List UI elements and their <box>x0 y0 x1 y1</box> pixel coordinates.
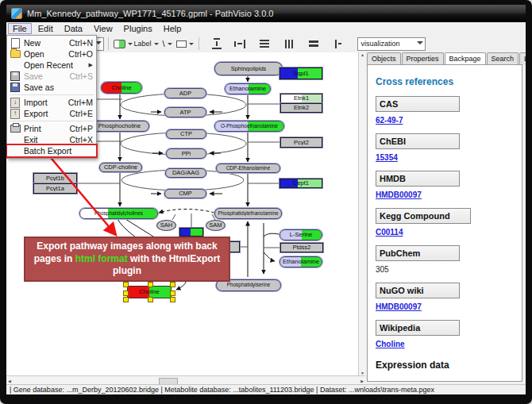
menu-item-export[interactable]: ↑ Export Ctrl+E <box>7 108 96 119</box>
node-sam[interactable]: SAM <box>206 220 226 231</box>
node-pcyt1a[interactable]: Pcyt1a <box>33 183 77 194</box>
align-center-y-button[interactable] <box>233 37 247 51</box>
gene-node-button[interactable] <box>114 37 133 51</box>
selection-handle[interactable] <box>170 282 175 287</box>
xref-section-title: NuGO wiki <box>376 283 460 298</box>
node-etnk1[interactable]: Etnk1 <box>280 94 322 103</box>
menu-item-print[interactable]: Print Ctrl+P <box>7 123 96 134</box>
selection-handle[interactable] <box>123 297 129 302</box>
node-etnk2[interactable]: Etnk2 <box>280 103 322 113</box>
node-cmp[interactable]: CMP <box>164 189 206 198</box>
menu-item-batch-export[interactable]: Batch Export <box>7 145 96 156</box>
menu-item-open[interactable]: Open Ctrl+O <box>7 48 96 60</box>
node-pcyt1b[interactable]: Pcyt1b <box>33 173 77 183</box>
menu-separator <box>10 94 94 95</box>
selection-handle[interactable] <box>148 282 153 287</box>
selection-handle[interactable] <box>170 297 175 302</box>
node-ppi[interactable]: PPi <box>166 148 206 159</box>
node-cdp-ethanolamine[interactable]: CDP-Ethanolamine <box>216 164 280 173</box>
status-bar: | Gene database: ...m_Derby_20120602.bri… <box>6 384 526 394</box>
node-cept1[interactable]: Cept1 <box>279 179 322 188</box>
tab-search[interactable]: Search <box>487 52 519 65</box>
node-ethanolamine[interactable]: Ethanolamine <box>225 83 271 94</box>
visualization-combobox[interactable]: visualization <box>357 37 426 51</box>
scroll-up-icon[interactable]: ▲ <box>360 52 364 57</box>
node-l-serine[interactable]: L-Serine <box>279 229 322 240</box>
node-cdp-choline[interactable]: CDP-choline <box>99 163 142 172</box>
menu-item-new[interactable]: New Ctrl+N <box>7 37 96 48</box>
node-ethanolamine-2[interactable]: Ethanolamine <box>279 256 322 267</box>
tab-legend[interactable]: Legend <box>519 52 526 65</box>
toolbar-separator <box>199 37 199 50</box>
file-menu-dropdown: New Ctrl+N Open Ctrl+O Open Recent ▶ Sav… <box>6 35 97 159</box>
open-folder-icon <box>10 50 21 58</box>
shape-icon <box>176 40 187 48</box>
node-sgpl1[interactable]: Sgpl1 <box>279 67 322 79</box>
node-choline[interactable]: Choline <box>101 82 142 94</box>
node-sphingolipids[interactable]: Sphingolipids <box>214 62 283 75</box>
menu-file[interactable]: File <box>8 23 32 34</box>
callout-text-after: with the HtmlExport plugin <box>113 253 220 277</box>
menu-plugins[interactable]: Plugins <box>119 23 157 34</box>
tab-objects[interactable]: Objects <box>367 52 401 65</box>
node-pcyt2[interactable]: Pcyt2 <box>280 137 322 148</box>
xref-section-title: CAS <box>376 96 460 112</box>
align-center-x-icon <box>212 38 222 49</box>
xref-link[interactable]: Choline <box>376 340 405 348</box>
node-atp[interactable]: ATP <box>164 107 206 117</box>
selection-handle[interactable] <box>123 290 129 296</box>
menu-item-import[interactable]: ↓ Import Ctrl+M <box>7 97 96 108</box>
scale-button[interactable] <box>331 37 345 51</box>
tab-properties[interactable]: Properties <box>402 52 444 65</box>
xref-section-title: Wikipedia <box>376 320 460 336</box>
xref-link[interactable]: C00114 <box>376 228 403 237</box>
application-window: Mm_Kennedy_pathway_WP1771_45176.gpml - P… <box>0 0 532 404</box>
xref-link[interactable]: 15354 <box>376 153 398 162</box>
menu-data[interactable]: Data <box>60 23 87 34</box>
cross-references-heading: Cross references <box>376 76 522 87</box>
node-pemt[interactable] <box>179 228 203 237</box>
node-adp[interactable]: ADP <box>164 88 206 98</box>
node-choline-selected[interactable]: Choline <box>127 286 172 298</box>
menu-item-open-recent[interactable]: Open Recent ▶ <box>7 60 96 71</box>
shape-button[interactable] <box>176 37 194 51</box>
line-button[interactable]: \ <box>160 37 175 51</box>
node-phosphatidylcholines[interactable]: Phosphatidylcholines <box>79 208 158 219</box>
node-o-phosphoethanolamine[interactable]: O-Phosphoethanolamine <box>214 121 284 132</box>
stack-icon <box>309 40 318 47</box>
menu-item-save[interactable]: Save Ctrl+S <box>7 71 96 82</box>
backpage-content[interactable]: Cross references CAS 62-49-7 ChEBI 15354… <box>367 64 522 382</box>
node-sah[interactable]: SAH <box>156 220 176 231</box>
menu-view[interactable]: View <box>89 23 118 34</box>
node-ctp[interactable]: CTP <box>166 129 206 139</box>
xref-link[interactable]: HMDB00097 <box>376 190 422 199</box>
distribute-rows-icon <box>260 40 269 48</box>
menu-help[interactable]: Help <box>159 23 187 34</box>
menu-separator <box>10 121 94 121</box>
selection-handle[interactable] <box>148 297 153 302</box>
node-phosphocholine[interactable]: Phosphocholine <box>90 121 149 132</box>
scroll-left-icon[interactable]: ◀ <box>8 379 11 383</box>
node-dag[interactable]: DAG/AAG <box>165 168 206 178</box>
distribute-columns-button[interactable] <box>282 37 296 51</box>
gene-node-icon <box>114 40 125 48</box>
new-document-icon <box>11 38 20 48</box>
menu-item-exit[interactable]: Exit Ctrl+X <box>7 134 96 145</box>
stack-button[interactable] <box>306 37 321 51</box>
label-button[interactable]: Label <box>134 37 159 51</box>
title-bar[interactable]: Mm_Kennedy_pathway_WP1771_45176.gpml - P… <box>6 5 526 22</box>
tab-backpage[interactable]: Backpage <box>445 52 486 65</box>
node-ptdss2[interactable]: Ptdss2 <box>280 243 323 252</box>
chevron-down-icon <box>189 43 194 48</box>
scroll-right-icon[interactable]: ▶ <box>360 379 364 383</box>
xref-link[interactable]: HMDB00097 <box>376 302 422 311</box>
selection-handle[interactable] <box>123 282 129 287</box>
distribute-rows-button[interactable] <box>257 37 272 51</box>
xref-link[interactable]: 62-49-7 <box>376 116 403 125</box>
selection-handle[interactable] <box>170 290 175 296</box>
import-icon: ↓ <box>10 98 20 108</box>
node-phosphatidylethanolamine[interactable]: Phosphatidylethanolamine <box>214 208 282 219</box>
menu-edit[interactable]: Edit <box>33 23 58 34</box>
align-center-x-button[interactable] <box>210 37 224 51</box>
menu-item-save-as[interactable]: Save as <box>7 82 96 93</box>
